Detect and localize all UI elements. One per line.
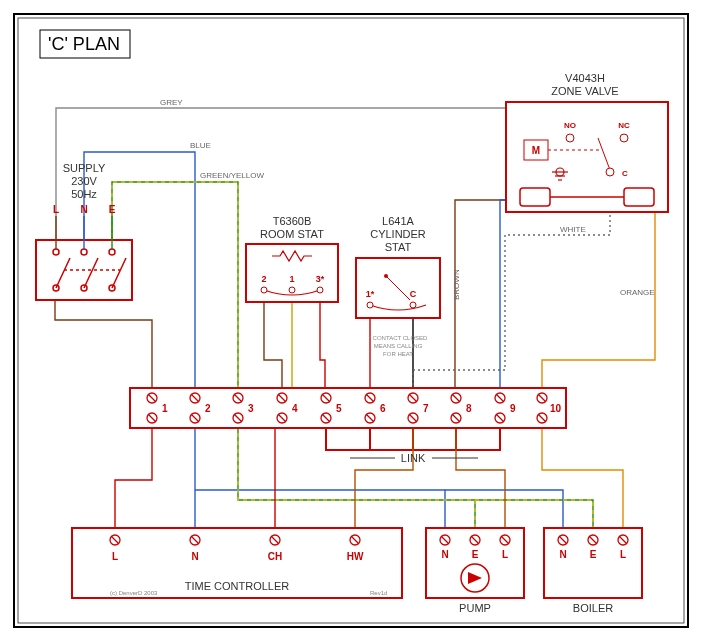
svg-text:8: 8: [466, 403, 472, 414]
wiring-diagram: 'C' PLAN GREY BLUE GREEN/YELLOW BROWN: [0, 0, 702, 641]
svg-text:TIME CONTROLLER: TIME CONTROLLER: [185, 580, 290, 592]
svg-text:230V: 230V: [71, 175, 97, 187]
svg-point-31: [317, 287, 323, 293]
diagram-title: 'C' PLAN: [48, 34, 120, 54]
svg-text:CH: CH: [268, 551, 282, 562]
svg-text:5: 5: [336, 403, 342, 414]
svg-text:STAT: STAT: [385, 241, 412, 253]
room-stat-block: T6360B ROOM STAT 2 1 3*: [246, 215, 338, 302]
svg-point-39: [367, 302, 373, 308]
svg-text:50Hz: 50Hz: [71, 188, 97, 200]
svg-text:N: N: [441, 549, 448, 560]
svg-point-54: [620, 134, 628, 142]
svg-text:GREY: GREY: [160, 98, 183, 107]
pump-block: N E L PUMP: [426, 528, 524, 614]
boiler-block: N E L BOILER: [544, 528, 642, 614]
svg-text:L: L: [53, 204, 59, 215]
cylinder-stat-block: L641A CYLINDER STAT 1* C * CONTACT CLOSE…: [356, 215, 440, 357]
time-controller-block: L N CH HW TIME CONTROLLER (c) DenverD 20…: [72, 528, 402, 598]
svg-text:L: L: [112, 551, 118, 562]
svg-text:WHITE: WHITE: [560, 225, 586, 234]
svg-text:V4043H: V4043H: [565, 72, 605, 84]
svg-text:BOILER: BOILER: [573, 602, 613, 614]
svg-text:BLUE: BLUE: [190, 141, 211, 150]
svg-text:L: L: [620, 549, 626, 560]
svg-text:HW: HW: [347, 551, 364, 562]
svg-text:7: 7: [423, 403, 429, 414]
svg-text:9: 9: [510, 403, 516, 414]
svg-text:L641A: L641A: [382, 215, 414, 227]
svg-text:E: E: [472, 549, 479, 560]
svg-text:C: C: [410, 289, 417, 299]
svg-text:10: 10: [550, 403, 562, 414]
svg-text:BROWN: BROWN: [452, 269, 461, 300]
svg-text:4: 4: [292, 403, 298, 414]
svg-text:ORANGE: ORANGE: [620, 288, 655, 297]
svg-text:N: N: [191, 551, 198, 562]
svg-text:M: M: [532, 145, 540, 156]
svg-point-42: [384, 274, 388, 278]
svg-text:N: N: [80, 204, 87, 215]
svg-text:ROOM STAT: ROOM STAT: [260, 228, 324, 240]
svg-text:N: N: [559, 549, 566, 560]
svg-text:T6360B: T6360B: [273, 215, 312, 227]
svg-text:3: 3: [248, 403, 254, 414]
svg-text:MEANS CALLING: MEANS CALLING: [374, 343, 423, 349]
svg-text:CYLINDER: CYLINDER: [370, 228, 426, 240]
svg-text:Rev1d: Rev1d: [370, 590, 387, 596]
svg-point-29: [261, 287, 267, 293]
link-label: LINK: [401, 452, 426, 464]
svg-text:1: 1: [289, 274, 294, 284]
zone-valve-block: V4043H ZONE VALVE M NO NC C: [506, 72, 668, 212]
svg-text:1: 1: [162, 403, 168, 414]
svg-text:2: 2: [205, 403, 211, 414]
svg-text:2: 2: [261, 274, 266, 284]
svg-text:ZONE VALVE: ZONE VALVE: [551, 85, 618, 97]
svg-point-53: [566, 134, 574, 142]
svg-text:1*: 1*: [366, 289, 375, 299]
svg-text:3*: 3*: [316, 274, 325, 284]
svg-point-59: [606, 168, 614, 176]
svg-text:E: E: [590, 549, 597, 560]
svg-text:L: L: [502, 549, 508, 560]
svg-text:(c) DenverD 2003: (c) DenverD 2003: [110, 590, 158, 596]
svg-point-40: [410, 302, 416, 308]
svg-point-30: [289, 287, 295, 293]
svg-text:GREEN/YELLOW: GREEN/YELLOW: [200, 171, 264, 180]
svg-text:FOR HEAT: FOR HEAT: [383, 351, 413, 357]
svg-text:6: 6: [380, 403, 386, 414]
svg-text:* CONTACT CLOSED: * CONTACT CLOSED: [369, 335, 428, 341]
svg-text:NO: NO: [564, 121, 576, 130]
svg-text:SUPPLY: SUPPLY: [63, 162, 106, 174]
svg-text:E: E: [109, 204, 116, 215]
svg-text:PUMP: PUMP: [459, 602, 491, 614]
svg-text:NC: NC: [618, 121, 630, 130]
svg-text:C: C: [622, 169, 628, 178]
